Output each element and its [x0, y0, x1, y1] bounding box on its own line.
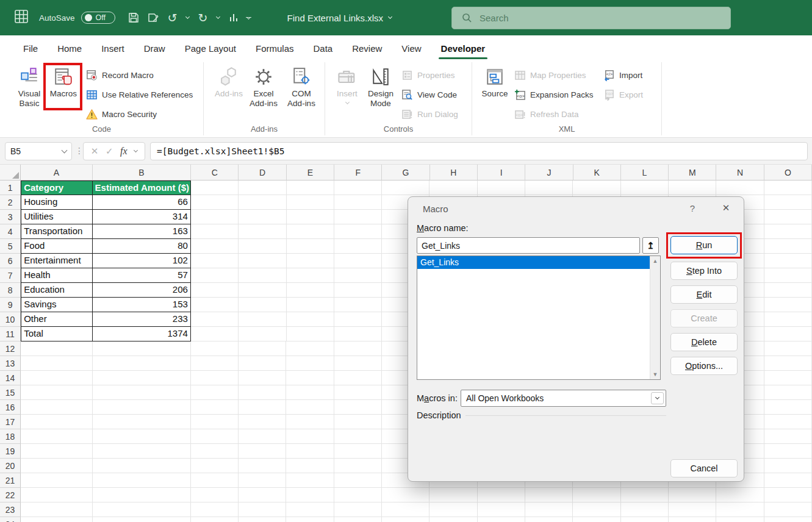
- row-header-9[interactable]: 9: [0, 298, 21, 312]
- cell-O12[interactable]: [764, 341, 812, 356]
- scroll-down-icon[interactable]: ▼: [653, 371, 658, 377]
- cell-O9[interactable]: [764, 298, 812, 312]
- row-header-13[interactable]: 13: [0, 356, 21, 371]
- cell-O19[interactable]: [764, 444, 812, 459]
- tab-view[interactable]: View: [392, 35, 431, 61]
- cell-B3[interactable]: 314: [93, 210, 191, 224]
- column-header-K[interactable]: K: [573, 165, 621, 181]
- cell-A6[interactable]: Entertainment: [21, 254, 92, 268]
- cell-B13[interactable]: [93, 356, 191, 371]
- cell-D10[interactable]: [239, 312, 286, 327]
- cell-D19[interactable]: [239, 444, 286, 459]
- com-add-ins-button[interactable]: COM Add-ins: [284, 66, 318, 109]
- cell-E17[interactable]: [286, 415, 334, 429]
- cell-F24[interactable]: [334, 517, 382, 522]
- cell-E12[interactable]: [286, 341, 334, 356]
- cell-O14[interactable]: [764, 371, 812, 385]
- scroll-up-icon[interactable]: ▲: [653, 258, 658, 264]
- column-header-M[interactable]: M: [669, 165, 716, 181]
- search-box[interactable]: [451, 7, 731, 29]
- cell-A3[interactable]: Utilities: [21, 210, 92, 224]
- cell-F23[interactable]: [334, 502, 382, 517]
- cell-B6[interactable]: 102: [93, 254, 191, 268]
- cell-E6[interactable]: [287, 254, 334, 268]
- cell-B11[interactable]: 1374: [93, 327, 191, 341]
- cell-D1[interactable]: [239, 181, 286, 195]
- cell-D11[interactable]: [239, 327, 286, 341]
- cell-C19[interactable]: [191, 444, 239, 459]
- cell-O4[interactable]: [764, 224, 812, 239]
- cell-B12[interactable]: [93, 341, 191, 356]
- chart-quick-button[interactable]: [225, 9, 242, 27]
- cell-O16[interactable]: [764, 400, 812, 415]
- column-header-B[interactable]: B: [93, 165, 191, 181]
- cell-H24[interactable]: [429, 517, 477, 522]
- cell-O20[interactable]: [764, 459, 812, 473]
- row-header-2[interactable]: 2: [0, 195, 21, 210]
- cell-D22[interactable]: [239, 488, 286, 502]
- row-header-18[interactable]: 18: [0, 429, 21, 444]
- cell-A12[interactable]: [21, 341, 92, 356]
- tab-insert[interactable]: Insert: [92, 35, 134, 61]
- cell-A5[interactable]: Food: [21, 239, 92, 254]
- cell-E15[interactable]: [286, 385, 334, 400]
- cell-F2[interactable]: [334, 195, 382, 210]
- run-dialog-button[interactable]: Run Dialog: [401, 106, 458, 122]
- cell-D21[interactable]: [239, 473, 286, 488]
- properties-button[interactable]: Properties: [401, 67, 455, 83]
- cell-E21[interactable]: [286, 473, 334, 488]
- cell-B16[interactable]: [93, 400, 191, 415]
- document-title[interactable]: Find External Links.xlsx: [287, 13, 392, 23]
- cell-E13[interactable]: [286, 356, 334, 371]
- macro-security-button[interactable]: Macro Security: [86, 106, 157, 122]
- tab-draw[interactable]: Draw: [134, 35, 175, 61]
- cell-F15[interactable]: [334, 385, 382, 400]
- cell-M1[interactable]: [669, 181, 716, 195]
- cell-D16[interactable]: [239, 400, 286, 415]
- cell-O15[interactable]: [764, 385, 812, 400]
- tab-home[interactable]: Home: [48, 35, 92, 61]
- formula-input[interactable]: =[Budget.xlsx]Sheet1!$B5: [150, 142, 808, 160]
- cell-A8[interactable]: Education: [21, 283, 92, 298]
- cell-O13[interactable]: [764, 356, 812, 371]
- customize-qat-button[interactable]: [245, 9, 253, 27]
- cell-D8[interactable]: [239, 283, 286, 298]
- cell-D2[interactable]: [239, 195, 286, 210]
- cell-E10[interactable]: [287, 312, 334, 327]
- cell-C22[interactable]: [191, 488, 239, 502]
- cell-O23[interactable]: [764, 502, 812, 517]
- cell-A4[interactable]: Transportation: [21, 224, 92, 239]
- column-header-C[interactable]: C: [191, 165, 239, 181]
- cell-E5[interactable]: [287, 239, 334, 254]
- cell-O24[interactable]: [764, 517, 812, 522]
- cell-C23[interactable]: [191, 502, 239, 517]
- cell-F6[interactable]: [334, 254, 382, 268]
- cell-B10[interactable]: 233: [93, 312, 191, 327]
- cell-A24[interactable]: [21, 517, 92, 522]
- row-header-22[interactable]: 22: [0, 488, 21, 502]
- options-button[interactable]: Options...: [670, 357, 738, 375]
- cell-A20[interactable]: [21, 459, 92, 473]
- macros-button[interactable]: Macros: [48, 66, 79, 99]
- cell-B14[interactable]: [93, 371, 191, 385]
- row-header-16[interactable]: 16: [0, 400, 21, 415]
- row-header-7[interactable]: 7: [0, 268, 21, 283]
- cell-E4[interactable]: [287, 224, 334, 239]
- cell-J22[interactable]: [525, 488, 573, 502]
- row-header-3[interactable]: 3: [0, 210, 21, 224]
- cell-D15[interactable]: [239, 385, 286, 400]
- cell-C17[interactable]: [191, 415, 239, 429]
- cell-O10[interactable]: [764, 312, 812, 327]
- edit-button[interactable]: Edit: [670, 285, 738, 304]
- cell-G24[interactable]: [382, 517, 429, 522]
- column-header-A[interactable]: A: [21, 165, 92, 181]
- source-button[interactable]: Source: [480, 66, 509, 99]
- cell-B4[interactable]: 163: [93, 224, 191, 239]
- cell-I22[interactable]: [478, 488, 525, 502]
- row-header-11[interactable]: 11: [0, 327, 21, 341]
- column-header-E[interactable]: E: [287, 165, 334, 181]
- cell-D9[interactable]: [239, 298, 286, 312]
- cell-F4[interactable]: [334, 224, 382, 239]
- row-header-14[interactable]: 14: [0, 371, 21, 385]
- cell-B5[interactable]: 80: [93, 239, 191, 254]
